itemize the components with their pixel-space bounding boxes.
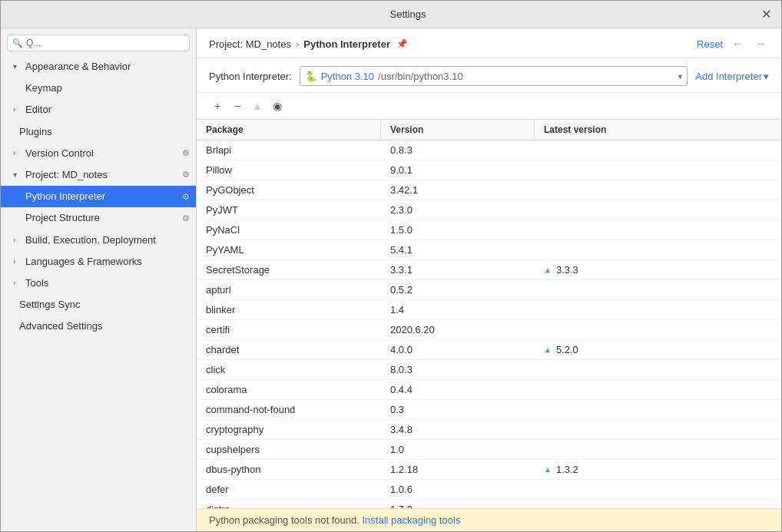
- interpreter-select[interactable]: 🐍 Python 3.10 /usr/bin/python3.10 ▾: [300, 66, 688, 86]
- chevron-icon: ›: [13, 148, 22, 159]
- table-header: Package Version Latest version: [197, 120, 781, 140]
- nav-forward-button[interactable]: →: [752, 36, 769, 51]
- table-row[interactable]: Pillow 9.0.1: [197, 160, 781, 180]
- table-row[interactable]: cryptography 3.4.8: [197, 420, 781, 440]
- table-row[interactable]: PyGObject 3.42.1: [197, 180, 781, 200]
- package-latest: [535, 200, 781, 220]
- breadcrumb: Project: MD_notes › Python Interpreter 📌: [209, 38, 408, 50]
- package-name: PyJWT: [197, 200, 381, 220]
- sidebar-item-label: Build, Execution, Deployment: [25, 233, 156, 247]
- package-name: colorama: [197, 380, 381, 399]
- reset-button[interactable]: Reset: [697, 38, 723, 50]
- titlebar: Settings ✕: [1, 1, 781, 28]
- sidebar-item-label: Project Structure: [25, 211, 100, 225]
- table-row[interactable]: click 8.0.3: [197, 360, 781, 380]
- breadcrumb-separator: ›: [296, 38, 299, 50]
- table-body: Brlapi 0.8.3 Pillow 9.0.1 PyGObject 3.42…: [197, 140, 781, 508]
- sidebar-item-label: Plugins: [19, 125, 52, 139]
- table-row[interactable]: defer 1.0.6: [197, 480, 781, 500]
- package-name: PyGObject: [197, 180, 381, 200]
- chevron-icon: ▾: [13, 61, 22, 72]
- sidebar-item-label: Project: MD_notes: [25, 168, 108, 182]
- table-row[interactable]: cupshelpers 1.0: [197, 440, 781, 460]
- package-name: distro: [197, 500, 381, 508]
- package-name: Brlapi: [197, 140, 381, 160]
- package-latest: [535, 240, 781, 259]
- settings-icon: ⚙: [182, 147, 190, 159]
- table-row[interactable]: Brlapi 0.8.3: [197, 140, 781, 160]
- update-arrow-icon: ▲: [544, 345, 552, 354]
- settings-icon: ⚙: [182, 169, 190, 180]
- sidebar-item-label: Settings Sync: [19, 298, 81, 312]
- sidebar-item-project-structure[interactable]: Project Structure⚙: [1, 207, 196, 229]
- table-row[interactable]: command-not-found 0.3: [197, 400, 781, 420]
- table-row[interactable]: PyNaCl 1.5.0: [197, 220, 781, 240]
- sidebar-item-python-interpreter[interactable]: Python Interpreter⚙: [1, 186, 196, 207]
- breadcrumb-parent: Project: MD_notes: [209, 38, 291, 50]
- package-latest: [535, 280, 781, 299]
- package-latest: ▲ 1.3.2: [535, 460, 781, 479]
- package-version: 0.5.2: [381, 280, 535, 299]
- sidebar-item-build-execution[interactable]: ›Build, Execution, Deployment: [1, 230, 196, 251]
- add-package-button[interactable]: +: [209, 97, 226, 114]
- sidebar-item-label: Languages & Frameworks: [25, 255, 142, 269]
- table-row[interactable]: PyYAML 5.4.1: [197, 240, 781, 260]
- package-version: 3.3.1: [381, 260, 535, 279]
- sidebar-item-tools[interactable]: ›Tools: [1, 273, 196, 294]
- search-box[interactable]: 🔍: [7, 35, 190, 51]
- nav-back-button[interactable]: ←: [729, 36, 746, 51]
- package-version: 3.4.8: [381, 420, 535, 439]
- toolbar-row: + − ▲ ◉: [197, 93, 781, 120]
- package-version: 0.4.4: [381, 380, 535, 399]
- package-latest: [535, 500, 781, 508]
- package-name: cupshelpers: [197, 440, 381, 459]
- table-row[interactable]: blinker 1.4: [197, 300, 781, 320]
- interpreter-version: Python 3.10: [321, 71, 374, 82]
- table-row[interactable]: apturl 0.5.2: [197, 280, 781, 300]
- table-row[interactable]: SecretStorage 3.3.1 ▲ 3.3.3: [197, 260, 781, 280]
- table-row[interactable]: colorama 0.4.4: [197, 380, 781, 400]
- sidebar-item-keymap[interactable]: Keymap: [1, 78, 196, 99]
- close-button[interactable]: ✕: [760, 8, 772, 21]
- install-packaging-tools-link[interactable]: Install packaging tools: [363, 514, 461, 526]
- sidebar-item-settings-sync[interactable]: Settings Sync: [1, 294, 196, 316]
- status-bar: Python packaging tools not found. Instal…: [197, 508, 781, 531]
- remove-package-button[interactable]: −: [229, 97, 246, 114]
- package-latest: ▲ 3.3.3: [535, 260, 781, 279]
- package-name: cryptography: [197, 420, 381, 439]
- table-row[interactable]: chardet 4.0.0 ▲ 5.2.0: [197, 340, 781, 360]
- package-name: click: [197, 360, 381, 379]
- table-row[interactable]: distro 1.7.0: [197, 500, 781, 508]
- package-latest: ▲ 5.2.0: [535, 340, 781, 359]
- package-latest: [535, 220, 781, 240]
- sidebar-item-editor[interactable]: ›Editor: [1, 99, 196, 121]
- sidebar-item-languages-frameworks[interactable]: ›Languages & Frameworks: [1, 251, 196, 273]
- package-latest: [535, 360, 781, 379]
- sidebar-item-label: Version Control: [25, 147, 94, 160]
- package-latest: [535, 140, 781, 160]
- settings-icon: ⚙: [182, 191, 190, 203]
- table-row[interactable]: certifi 2020.6.20: [197, 320, 781, 340]
- pin-icon: 📌: [396, 38, 408, 49]
- breadcrumb-current: Python Interpreter: [303, 38, 390, 50]
- sidebar-item-plugins[interactable]: Plugins: [1, 121, 196, 143]
- package-name: defer: [197, 480, 381, 499]
- sidebar-item-appearance[interactable]: ▾Appearance & Behavior: [1, 56, 196, 78]
- main-panel: Project: MD_notes › Python Interpreter 📌…: [197, 28, 781, 531]
- header-actions: Reset ← →: [697, 36, 769, 51]
- sidebar-item-project-md-notes[interactable]: ▾Project: MD_notes⚙: [1, 164, 196, 186]
- table-row[interactable]: PyJWT 2.3.0: [197, 200, 781, 220]
- search-input[interactable]: [26, 38, 184, 48]
- eye-button[interactable]: ◉: [269, 97, 286, 114]
- sidebar-item-version-control[interactable]: ›Version Control⚙: [1, 143, 196, 164]
- package-version: 8.0.3: [381, 360, 535, 379]
- add-interpreter-button[interactable]: Add Interpreter ▾: [695, 71, 769, 82]
- update-arrow-icon: ▲: [544, 266, 552, 274]
- sidebar-item-advanced-settings[interactable]: Advanced Settings: [1, 316, 196, 337]
- table-row[interactable]: dbus-python 1.2.18 ▲ 1.3.2: [197, 460, 781, 480]
- packages-table: Package Version Latest version Brlapi 0.…: [197, 120, 781, 508]
- dropdown-chevron-icon: ▾: [678, 72, 682, 81]
- packages-area: + − ▲ ◉ Package Version Latest version B…: [197, 93, 781, 508]
- package-latest: [535, 320, 781, 339]
- window-title: Settings: [56, 8, 760, 20]
